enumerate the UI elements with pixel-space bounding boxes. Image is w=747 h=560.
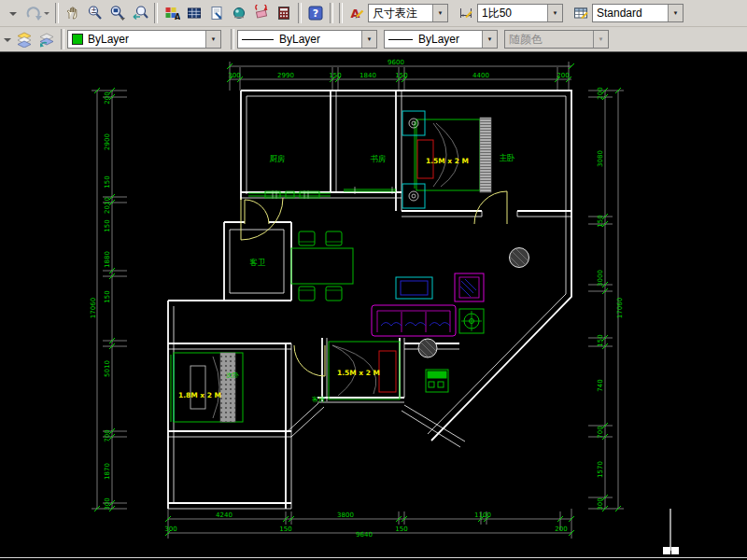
help-button[interactable]: ? xyxy=(304,3,327,24)
zoom-realtime-button[interactable]: ± xyxy=(84,3,106,24)
plot-preview-button[interactable] xyxy=(250,3,273,24)
toolbars: ± A xyxy=(0,0,747,52)
layer-previous-button[interactable] xyxy=(35,29,58,50)
svg-text:300: 300 xyxy=(104,497,111,510)
combo-caret-icon[interactable] xyxy=(205,31,220,48)
color-swatch xyxy=(72,34,83,45)
svg-text:3800: 3800 xyxy=(337,511,354,519)
svg-text:4240: 4240 xyxy=(216,511,233,519)
svg-text:5010: 5010 xyxy=(104,360,111,377)
separator xyxy=(339,3,343,23)
separator xyxy=(154,3,158,23)
svg-text:300: 300 xyxy=(597,497,604,510)
svg-text:17060: 17060 xyxy=(90,298,97,318)
lineweight-control-combo[interactable]: ByLayer xyxy=(384,30,498,49)
text-style-value: 尺寸表注 xyxy=(373,6,417,21)
svg-text:150: 150 xyxy=(104,175,111,188)
sheet-set-button[interactable] xyxy=(205,3,228,24)
redo-arrow-icon xyxy=(25,5,51,21)
pan-button[interactable] xyxy=(62,3,84,24)
zoom-window-icon xyxy=(109,5,126,21)
table-style-combo[interactable]: Standard xyxy=(592,4,684,22)
quick-calc-button[interactable] xyxy=(273,3,295,24)
lineweight-value: ByLayer xyxy=(418,33,459,46)
room-label-bed3: 客房 xyxy=(312,396,325,403)
separator xyxy=(61,29,64,49)
linetype-value: ByLayer xyxy=(279,33,320,46)
svg-text:200: 200 xyxy=(597,87,604,99)
undo-caret-icon xyxy=(7,5,20,21)
svg-text:2010: 2010 xyxy=(104,197,111,214)
calculator-icon xyxy=(275,5,292,21)
svg-text:2990: 2990 xyxy=(277,72,294,79)
render-icon xyxy=(231,5,247,21)
bed-size-label: 1.5M x 2 M xyxy=(426,157,469,165)
plot-style-value: 随颜色 xyxy=(509,32,543,48)
svg-text:150: 150 xyxy=(395,525,407,533)
combo-caret-icon[interactable] xyxy=(482,31,497,48)
svg-text:200: 200 xyxy=(555,525,567,533)
room-label-kitchen: 厨房 xyxy=(270,154,286,163)
svg-text:1840: 1840 xyxy=(359,72,376,79)
zoom-window-button[interactable] xyxy=(106,3,129,24)
combo-caret-icon[interactable] xyxy=(432,5,447,21)
zoom-previous-button[interactable] xyxy=(129,3,151,24)
svg-text:200: 200 xyxy=(104,91,111,104)
table-style-icon xyxy=(572,5,589,21)
linetype-control-combo[interactable]: ByLayer xyxy=(237,30,377,49)
color-control-combo[interactable]: ByLayer xyxy=(67,30,221,49)
separator xyxy=(231,29,234,49)
layer-grid-icon xyxy=(186,5,203,21)
svg-text:1100: 1100 xyxy=(474,511,491,519)
layer-stack-icon xyxy=(15,31,34,48)
svg-text:3080: 3080 xyxy=(597,150,604,167)
text-style-button[interactable]: A xyxy=(345,3,368,24)
render-button[interactable] xyxy=(228,3,250,24)
help-icon: ? xyxy=(307,5,324,21)
text-style-icon: A xyxy=(348,5,365,21)
separator xyxy=(298,3,302,23)
layers-button[interactable] xyxy=(13,29,35,50)
zoom-previous-icon xyxy=(132,5,148,21)
combo-caret-icon[interactable] xyxy=(668,5,683,21)
bed-size-label: 1.8M x 2 M xyxy=(178,391,221,399)
svg-text:?: ? xyxy=(313,7,318,20)
combo-caret-icon[interactable] xyxy=(361,31,376,48)
zoom-realtime-icon: ± xyxy=(87,5,104,21)
svg-text:700: 700 xyxy=(597,426,604,438)
separator xyxy=(55,3,59,23)
properties-button[interactable]: A xyxy=(161,3,183,24)
sheet-icon xyxy=(208,5,225,21)
svg-text:1570: 1570 xyxy=(597,461,604,478)
layer-manager-button[interactable] xyxy=(183,3,205,24)
svg-text:300: 300 xyxy=(164,525,176,533)
table-style-value: Standard xyxy=(597,7,642,20)
pan-hand-icon xyxy=(64,5,81,21)
separator xyxy=(330,3,333,23)
combo-caret-icon[interactable] xyxy=(547,5,562,21)
color-value: ByLayer xyxy=(88,33,129,46)
combo-caret-icon xyxy=(593,31,608,48)
svg-text:2900: 2900 xyxy=(104,133,111,150)
text-style-combo[interactable]: 尺寸表注 xyxy=(368,4,448,22)
dim-scale-combo[interactable]: 1比50 xyxy=(477,4,563,22)
bed-size-label: 1.5M x 2 M xyxy=(337,369,380,377)
toolbar-standard: ± A xyxy=(0,0,747,27)
linetype-swatch xyxy=(242,39,274,40)
dim-style-button[interactable] xyxy=(455,3,477,24)
svg-text:700: 700 xyxy=(104,429,111,441)
room-label-bed2: 次卧 xyxy=(226,371,239,379)
undo-dropdown-button[interactable] xyxy=(2,3,24,24)
table-style-button[interactable] xyxy=(570,3,592,24)
drawing-area: 9600 300 2990 150 1840 150 4400 200 9640… xyxy=(0,0,747,560)
room-label-bath: 客卫 xyxy=(250,258,267,267)
plot-style-combo: 随颜色 xyxy=(504,30,609,49)
svg-text:1870: 1870 xyxy=(104,463,111,480)
redo-button[interactable] xyxy=(24,3,52,24)
svg-text:150: 150 xyxy=(104,219,111,231)
dim-scale-value: 1比50 xyxy=(482,6,512,21)
lineweight-swatch xyxy=(388,39,413,40)
svg-text:3000: 3000 xyxy=(597,270,604,287)
toolbar-overflow-caret[interactable] xyxy=(2,29,13,50)
svg-text:740: 740 xyxy=(597,379,604,391)
